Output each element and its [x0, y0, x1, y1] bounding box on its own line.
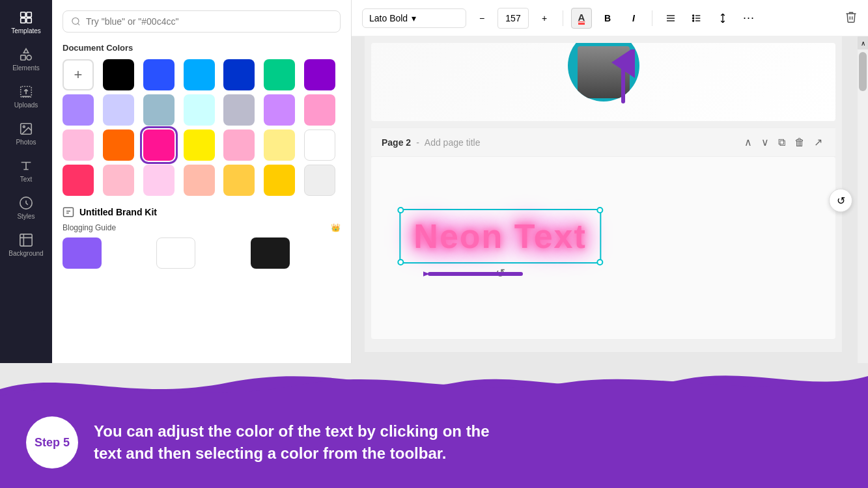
add-page-title[interactable]: Add page title — [425, 137, 481, 148]
scrollbar-thumb[interactable] — [859, 52, 867, 91]
step-badge: Step 5 — [26, 416, 78, 468]
color-swatch[interactable] — [143, 94, 175, 126]
italic-btn[interactable]: I — [623, 8, 644, 29]
rotate-btn[interactable]: ↺ — [829, 189, 852, 212]
sidebar-text-label: Text — [20, 176, 32, 183]
sidebar-item-templates[interactable]: Templates — [3, 5, 49, 40]
color-swatch[interactable] — [63, 129, 94, 161]
brand-guide-title: Blogging Guide 👑 — [63, 223, 341, 232]
brand-color-white[interactable] — [156, 237, 195, 269]
color-swatch[interactable] — [223, 165, 255, 196]
color-swatch[interactable] — [264, 129, 295, 161]
font-name: Lato Bold — [369, 13, 408, 23]
step-number: Step 5 — [35, 436, 70, 450]
color-swatch[interactable] — [184, 59, 215, 90]
color-swatch[interactable] — [63, 94, 94, 126]
svg-rect-2 — [21, 18, 25, 23]
text-color-btn[interactable]: A — [571, 8, 592, 29]
brand-kit-title: Untitled Brand Kit — [79, 207, 157, 217]
more-options-btn[interactable]: ··· — [738, 8, 759, 29]
brand-color-black[interactable] — [251, 237, 290, 269]
svg-point-19 — [693, 18, 694, 19]
sidebar-elements-label: Elements — [12, 64, 40, 72]
color-swatch[interactable] — [184, 129, 215, 161]
color-swatch[interactable] — [223, 129, 255, 161]
trash-btn[interactable] — [845, 10, 858, 26]
svg-point-20 — [693, 20, 694, 21]
sidebar-item-background[interactable]: Background — [3, 228, 49, 262]
svg-rect-3 — [27, 18, 31, 23]
brand-kit-section: Untitled Brand Kit Blogging Guide 👑 — [63, 206, 341, 269]
font-size-input[interactable] — [497, 8, 529, 29]
color-swatch[interactable] — [103, 165, 134, 196]
wave-svg — [0, 363, 868, 402]
step-description: You can adjust the color of the text by … — [94, 420, 490, 464]
color-swatch[interactable] — [63, 165, 94, 196]
canvas-area: Lato Bold ▾ − + A B I — [352, 0, 868, 364]
color-swatch[interactable] — [304, 129, 335, 161]
color-swatch[interactable] — [223, 94, 255, 126]
color-search-bar[interactable] — [63, 10, 341, 33]
list-btn[interactable] — [686, 8, 707, 29]
resize-handle-br[interactable] — [596, 259, 603, 265]
svg-point-8 — [23, 126, 25, 128]
svg-rect-9 — [20, 234, 32, 246]
sidebar: Templates Elements Uploads — [0, 0, 52, 364]
align-btn[interactable] — [660, 8, 681, 29]
page-duplicate-btn[interactable]: ⧉ — [776, 135, 788, 150]
add-color-btn[interactable]: + — [63, 59, 94, 90]
main-area: Templates Elements Uploads — [0, 0, 868, 364]
bold-btn[interactable]: B — [597, 8, 618, 29]
color-swatch[interactable] — [103, 59, 134, 90]
color-swatch[interactable] — [304, 59, 335, 90]
resize-handle-tr[interactable] — [596, 207, 603, 213]
color-swatch[interactable] — [143, 59, 175, 90]
spacing-btn[interactable] — [712, 8, 733, 29]
sidebar-item-text[interactable]: Text — [3, 154, 49, 188]
page-more-btn[interactable]: ↗ — [811, 135, 825, 150]
font-size-increase-btn[interactable]: + — [534, 8, 555, 29]
sidebar-item-elements[interactable]: Elements — [3, 42, 49, 77]
divider2 — [652, 10, 652, 26]
color-swatch[interactable] — [103, 129, 134, 161]
svg-point-18 — [693, 15, 694, 16]
sidebar-item-styles[interactable]: Styles — [3, 191, 49, 225]
brand-color-purple[interactable] — [63, 237, 102, 269]
sidebar-item-uploads[interactable]: Uploads — [3, 79, 49, 114]
canvas-scroll[interactable]: Page 2 - Add page title ∧ ∨ ⧉ 🗑 ↗ — [365, 36, 842, 364]
color-swatch[interactable] — [184, 94, 215, 126]
sidebar-item-photos[interactable]: Photos — [3, 116, 49, 151]
brand-icon — [63, 206, 74, 218]
color-swatch[interactable] — [264, 165, 295, 196]
color-swatch[interactable] — [304, 94, 335, 126]
color-swatch[interactable] — [103, 94, 134, 126]
font-selector[interactable]: Lato Bold ▾ — [362, 8, 466, 28]
document-colors-title: Document Colors — [63, 43, 341, 53]
color-swatch[interactable] — [264, 59, 295, 90]
sidebar-background-label: Background — [8, 250, 43, 257]
scrollbar: ∧ — [858, 36, 868, 364]
page-container: Page 2 - Add page title ∧ ∨ ⧉ 🗑 ↗ — [365, 36, 842, 352]
annotation-arrow-left — [423, 254, 527, 293]
color-swatch[interactable] — [184, 165, 215, 196]
font-size-decrease-btn[interactable]: − — [471, 8, 492, 29]
resize-handle-tl[interactable] — [397, 207, 404, 213]
svg-rect-1 — [27, 12, 31, 17]
crown-icon[interactable]: 👑 — [331, 223, 341, 232]
color-swatch-selected[interactable] — [143, 129, 175, 161]
color-swatch[interactable] — [304, 165, 335, 196]
scrollbar-up[interactable]: ∧ — [858, 36, 868, 49]
color-swatch[interactable] — [143, 165, 175, 196]
color-swatch[interactable] — [264, 94, 295, 126]
page-block-2: Neon Text ↺ — [371, 157, 835, 339]
page-delete-btn[interactable]: 🗑 — [792, 135, 807, 150]
page-move-up-btn[interactable]: ∧ — [742, 135, 755, 150]
step-content: Step 5 You can adjust the color of the t… — [0, 397, 868, 488]
svg-point-4 — [27, 55, 31, 60]
resize-handle-bl[interactable] — [397, 259, 404, 265]
page-move-down-btn[interactable]: ∨ — [759, 135, 772, 150]
color-swatch[interactable] — [223, 59, 255, 90]
color-search-input[interactable] — [86, 16, 332, 27]
search-icon — [71, 16, 81, 27]
page-label: Page 2 — [382, 137, 411, 148]
